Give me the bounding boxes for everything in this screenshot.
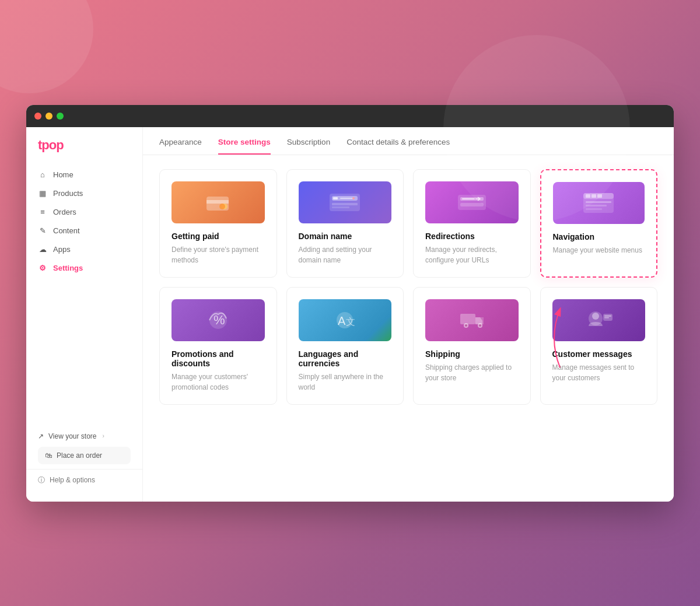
card-title-shipping: Shipping — [425, 349, 519, 359]
orders-icon: ≡ — [38, 208, 47, 217]
help-options-button[interactable]: ⓘ Help & options — [26, 469, 142, 491]
browser-window: tpop ⌂ Home ▦ Products ≡ Orders ✎ Conten… — [26, 105, 674, 502]
card-domain-name[interactable]: Domain name Adding and setting your doma… — [286, 169, 404, 278]
svg-rect-11 — [458, 195, 486, 210]
help-icon: ⓘ — [38, 475, 45, 485]
maximize-button[interactable] — [57, 113, 64, 120]
card-desc-getting-paid: Define your store's payment methods — [172, 244, 265, 265]
sidebar-item-home[interactable]: ⌂ Home — [26, 166, 142, 184]
card-title-domain: Domain name — [299, 232, 392, 241]
svg-rect-1 — [206, 200, 229, 204]
tabs-bar: Appearance Store settings Subscription C… — [143, 127, 674, 155]
svg-point-3 — [219, 204, 225, 209]
svg-point-32 — [479, 324, 481, 327]
place-order-label: Place an order — [57, 451, 102, 460]
card-languages[interactable]: A 文 Languages and currencies Simply sell… — [286, 287, 404, 405]
sidebar-item-content[interactable]: ✎ Content — [26, 222, 142, 240]
cards-grid: Getting paid Define your store's payment… — [159, 169, 657, 405]
view-store-arrow: › — [102, 433, 104, 439]
content-icon: ✎ — [38, 226, 47, 236]
card-navigation[interactable]: Navigation Manage your website menus — [540, 169, 658, 278]
sidebar-item-products[interactable]: ▦ Products — [26, 184, 142, 203]
card-getting-paid[interactable]: Getting paid Define your store's payment… — [159, 169, 277, 278]
svg-rect-21 — [586, 205, 607, 206]
minimize-button[interactable] — [46, 113, 52, 120]
title-bar — [26, 105, 674, 127]
card-customer-messages[interactable]: Customer messages Manage messages sent t… — [540, 287, 658, 405]
sidebar-item-orders[interactable]: ≡ Orders — [26, 203, 142, 222]
sidebar-label-apps: Apps — [53, 245, 71, 254]
svg-rect-20 — [586, 201, 611, 203]
svg-rect-37 — [604, 317, 609, 318]
svg-point-31 — [465, 324, 467, 327]
svg-rect-22 — [586, 208, 602, 210]
card-image-promotions: % — [172, 299, 265, 341]
card-desc-domain: Adding and setting your domain name — [299, 244, 392, 265]
card-desc-redirections: Manage your redirects, configure your UR… — [425, 244, 519, 265]
settings-icon: ⚙ — [38, 264, 47, 273]
help-label: Help & options — [50, 476, 95, 484]
card-shipping[interactable]: Shipping Shipping charges applied to you… — [413, 287, 531, 405]
svg-rect-6 — [333, 197, 338, 199]
svg-point-8 — [352, 197, 355, 199]
tab-contact-details[interactable]: Contact details & preferences — [346, 138, 450, 155]
card-title-navigation: Navigation — [553, 232, 645, 241]
app-body: tpop ⌂ Home ▦ Products ≡ Orders ✎ Conten… — [26, 127, 674, 502]
svg-text:%: % — [214, 313, 225, 327]
close-button[interactable] — [34, 113, 41, 120]
sidebar-item-settings[interactable]: ⚙ Settings — [26, 259, 142, 278]
view-store-label: View your store — [48, 432, 96, 440]
card-title-customer-messages: Customer messages — [552, 349, 646, 359]
card-image-shipping — [425, 299, 519, 341]
svg-rect-9 — [332, 203, 358, 205]
card-desc-customer-messages: Manage messages sent to your customers — [552, 362, 646, 383]
apps-icon: ☁ — [38, 245, 47, 254]
sidebar-footer: ↗ View your store › 🛍 Place an order — [26, 428, 142, 464]
tab-appearance[interactable]: Appearance — [159, 138, 202, 155]
card-title-redirections: Redirections — [425, 232, 519, 241]
svg-rect-7 — [340, 198, 354, 199]
sidebar-label-home: Home — [53, 170, 74, 179]
svg-rect-36 — [604, 316, 611, 317]
sidebar: tpop ⌂ Home ▦ Products ≡ Orders ✎ Conten… — [26, 127, 143, 502]
svg-rect-10 — [332, 206, 349, 208]
card-desc-navigation: Manage your website menus — [553, 245, 645, 255]
app-logo[interactable]: tpop — [38, 138, 131, 153]
products-icon: ▦ — [38, 189, 47, 198]
card-image-customer-messages — [552, 299, 646, 341]
card-desc-languages: Simply sell anywhere in the world — [299, 372, 392, 393]
sidebar-item-apps[interactable]: ☁ Apps — [26, 240, 142, 259]
place-order-button[interactable]: 🛍 Place an order — [38, 447, 131, 464]
main-content: Appearance Store settings Subscription C… — [143, 127, 674, 502]
svg-point-34 — [592, 313, 599, 320]
card-title-getting-paid: Getting paid — [172, 232, 265, 241]
card-image-navigation — [553, 182, 645, 224]
card-image-languages: A 文 — [299, 299, 392, 341]
sidebar-label-orders: Orders — [53, 208, 76, 216]
logo-accent: op — [49, 138, 64, 152]
logo-text: tp — [38, 138, 49, 152]
svg-rect-17 — [586, 194, 590, 198]
logo-area: tpop — [26, 138, 142, 166]
home-icon: ⌂ — [38, 170, 47, 180]
svg-rect-13 — [462, 198, 475, 199]
card-image-redirections — [425, 181, 519, 223]
card-promotions[interactable]: % Promotions and discounts Manage your c… — [159, 287, 277, 405]
cards-area: Getting paid Define your store's payment… — [143, 155, 674, 502]
svg-text:A: A — [338, 314, 346, 327]
tab-store-settings[interactable]: Store settings — [218, 138, 271, 155]
card-redirections[interactable]: Redirections Manage your redirects, conf… — [413, 169, 531, 278]
sidebar-label-content: Content — [53, 226, 80, 235]
card-title-languages: Languages and currencies — [299, 349, 392, 368]
svg-rect-19 — [597, 194, 602, 198]
view-store-button[interactable]: ↗ View your store › — [38, 428, 131, 444]
card-image-domain — [299, 181, 392, 223]
external-link-icon: ↗ — [38, 432, 44, 440]
svg-rect-16 — [583, 193, 614, 199]
tab-subscription[interactable]: Subscription — [287, 138, 330, 155]
card-image-getting-paid — [172, 181, 265, 223]
svg-rect-28 — [460, 314, 475, 324]
svg-rect-18 — [592, 194, 596, 198]
sidebar-label-settings: Settings — [53, 264, 83, 272]
traffic-lights — [34, 113, 64, 120]
